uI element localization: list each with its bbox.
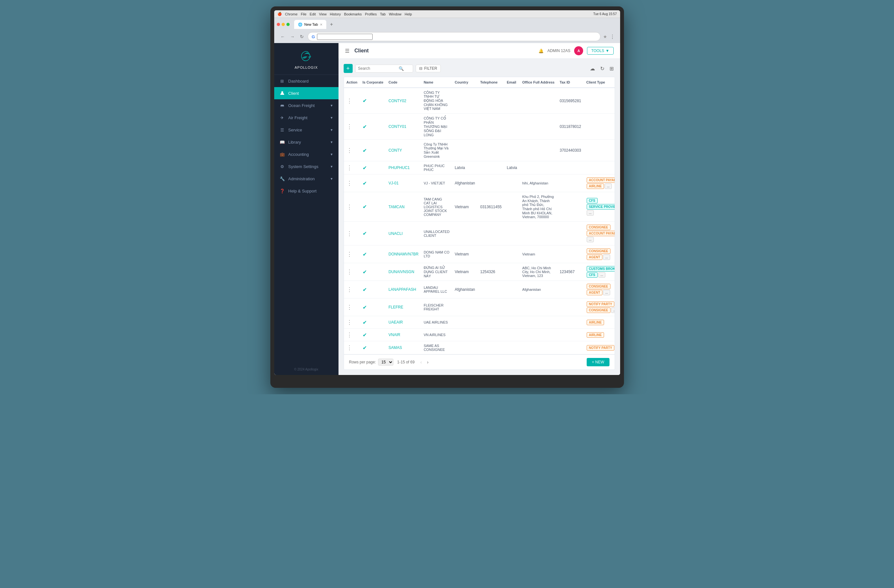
cell-action[interactable]: ⋮	[344, 299, 360, 316]
client-type-badge[interactable]: ...	[611, 308, 615, 313]
action-dots-icon[interactable]: ⋮	[347, 344, 352, 351]
client-code-link[interactable]: CONTY	[389, 148, 402, 152]
menu-bookmarks[interactable]: Bookmarks	[344, 12, 362, 16]
address-bar[interactable]: G	[308, 32, 601, 41]
chrome-tab-active[interactable]: 🌐 New Tab ✕	[294, 20, 327, 29]
action-dots-icon[interactable]: ⋮	[347, 204, 352, 210]
cell-code[interactable]: PHUPHUC1	[386, 161, 421, 175]
cell-action[interactable]: ⋮	[344, 316, 360, 329]
action-dots-icon[interactable]: ⋮	[347, 332, 352, 338]
notification-icon[interactable]: 🔔	[538, 48, 544, 53]
menu-window[interactable]: Window	[389, 12, 402, 16]
new-client-btn[interactable]: + NEW	[587, 358, 609, 366]
menu-history[interactable]: History	[330, 12, 341, 16]
client-type-badge[interactable]: ...	[603, 290, 610, 295]
forward-btn[interactable]: →	[289, 33, 296, 40]
cell-code[interactable]: TAMCAN	[386, 192, 421, 222]
cell-action[interactable]: ⋮	[344, 88, 360, 114]
client-code-link[interactable]: VNAIR	[389, 333, 400, 337]
cell-code[interactable]: DUNAIVNSGN	[386, 263, 421, 281]
cell-code[interactable]: CONTY02	[386, 88, 421, 114]
filter-button[interactable]: ⊟ FILTER	[416, 65, 441, 72]
sidebar-item-library[interactable]: 📖 Library ▼	[274, 136, 338, 148]
action-dots-icon[interactable]: ⋮	[347, 231, 352, 237]
cell-action[interactable]: ⋮	[344, 246, 360, 263]
sidebar-item-help-support[interactable]: ❓ Help & Support	[274, 185, 338, 197]
cell-action[interactable]: ⋮	[344, 161, 360, 175]
cell-code[interactable]: DONNAMVN7BR	[386, 246, 421, 263]
sidebar-item-air-freight[interactable]: ✈ Air Freight ▼	[274, 112, 338, 124]
menu-tab[interactable]: Tab	[380, 12, 386, 16]
hamburger-icon[interactable]: ☰	[345, 48, 349, 54]
menu-profiles[interactable]: Profiles	[365, 12, 377, 16]
client-code-link[interactable]: VJ-01	[389, 181, 399, 185]
client-code-link[interactable]: UAEAIR	[389, 320, 403, 324]
cell-action[interactable]: ⋮	[344, 281, 360, 299]
action-dots-icon[interactable]: ⋮	[347, 319, 352, 326]
client-code-link[interactable]: PHUPHUC1	[389, 166, 410, 170]
client-code-link[interactable]: TAMCAN	[389, 205, 405, 209]
traffic-green[interactable]	[287, 23, 290, 26]
menu-chrome[interactable]: Chrome	[285, 12, 297, 16]
cell-action[interactable]: ⋮	[344, 175, 360, 192]
add-client-button[interactable]: +	[344, 64, 353, 73]
client-type-badge[interactable]: ...	[587, 210, 594, 216]
sidebar-item-accounting[interactable]: 💼 Accounting ▼	[274, 148, 338, 160]
grid-icon-btn[interactable]: ⊞	[608, 64, 615, 73]
action-dots-icon[interactable]: ⋮	[347, 124, 352, 130]
next-page-btn[interactable]: ›	[425, 359, 430, 365]
cell-action[interactable]: ⋮	[344, 341, 360, 354]
client-code-link[interactable]: DONNAMVN7BR	[389, 252, 418, 256]
client-type-badge[interactable]: ...	[605, 184, 612, 189]
client-code-link[interactable]: LANAPPAFASH	[389, 287, 416, 292]
client-code-link[interactable]: FLEFRE	[389, 305, 403, 309]
cell-code[interactable]: CONTY	[386, 140, 421, 161]
cell-code[interactable]: LANAPPAFASH	[386, 281, 421, 299]
cell-code[interactable]: UAEAIR	[386, 316, 421, 329]
traffic-yellow[interactable]	[282, 23, 285, 26]
cell-action[interactable]: ⋮	[344, 329, 360, 341]
action-dots-icon[interactable]: ⋮	[347, 268, 352, 275]
rows-per-page-select[interactable]: 15 25 50	[378, 359, 394, 366]
traffic-red[interactable]	[277, 23, 280, 26]
cell-action[interactable]: ⋮	[344, 222, 360, 246]
menu-edit[interactable]: Edit	[310, 12, 316, 16]
prev-page-btn[interactable]: ‹	[418, 359, 424, 365]
new-tab-btn[interactable]: +	[328, 21, 335, 28]
action-dots-icon[interactable]: ⋮	[347, 164, 352, 171]
client-type-badge[interactable]: ...	[598, 272, 605, 277]
sidebar-item-service[interactable]: ☰ Service ▼	[274, 124, 338, 136]
sidebar-item-client[interactable]: Client	[274, 87, 338, 99]
cell-action[interactable]: ⋮	[344, 263, 360, 281]
cell-code[interactable]: VNAIR	[386, 329, 421, 341]
cell-code[interactable]: VJ-01	[386, 175, 421, 192]
tools-button[interactable]: TOOLS ▼	[587, 47, 613, 54]
refresh-icon-btn[interactable]: ↻	[599, 64, 606, 73]
chrome-menu-icon[interactable]: ⋮	[610, 34, 615, 40]
menu-view[interactable]: View	[319, 12, 327, 16]
tab-close-btn[interactable]: ✕	[320, 23, 322, 26]
menu-help[interactable]: Help	[405, 12, 412, 16]
client-code-link[interactable]: SAMAS	[389, 345, 402, 350]
action-dots-icon[interactable]: ⋮	[347, 98, 352, 104]
bookmark-star-icon[interactable]: ★	[603, 34, 607, 39]
cell-action[interactable]: ⋮	[344, 140, 360, 161]
client-type-badge[interactable]: ...	[603, 255, 610, 260]
action-dots-icon[interactable]: ⋮	[347, 286, 352, 293]
client-type-badge[interactable]: ...	[587, 237, 594, 242]
action-dots-icon[interactable]: ⋮	[347, 304, 352, 311]
sidebar-item-dashboard[interactable]: ⊞ Dashboard	[274, 75, 338, 87]
sidebar-item-system-settings[interactable]: ⚙ System Settings ▼	[274, 160, 338, 173]
cell-code[interactable]: CONTY01	[386, 114, 421, 140]
client-code-link[interactable]: DUNAIVNSGN	[389, 270, 414, 274]
action-dots-icon[interactable]: ⋮	[347, 251, 352, 257]
cell-action[interactable]: ⋮	[344, 114, 360, 140]
cloud-icon-btn[interactable]: ☁	[589, 64, 597, 73]
cell-action[interactable]: ⋮	[344, 192, 360, 222]
sidebar-item-administration[interactable]: 🔧 Administration ▼	[274, 173, 338, 185]
sidebar-item-ocean-freight[interactable]: Ocean Freight ▼	[274, 99, 338, 112]
cell-code[interactable]: UNACLI	[386, 222, 421, 246]
cell-code[interactable]: SAMAS	[386, 341, 421, 354]
client-code-link[interactable]: CONTY01	[389, 124, 406, 129]
url-input[interactable]	[317, 34, 373, 40]
